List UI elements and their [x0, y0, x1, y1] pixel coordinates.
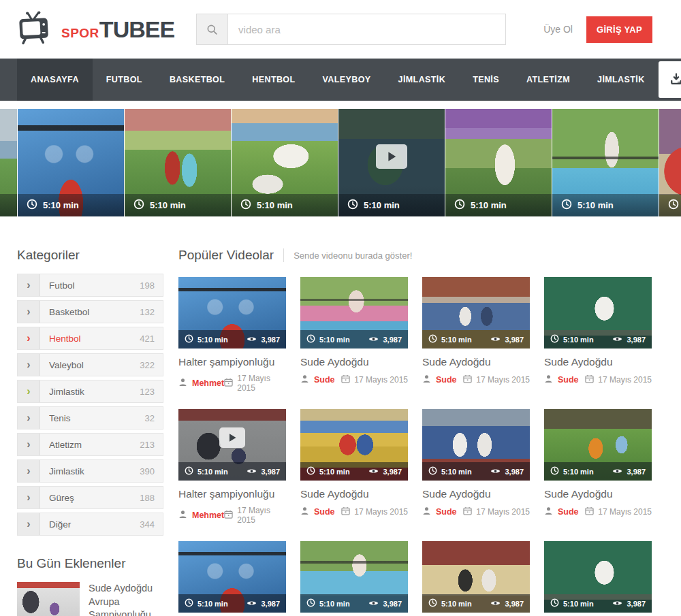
- clock-icon: [428, 334, 437, 344]
- carousel-slide[interactable]: 5:10 min: [0, 109, 17, 216]
- video-title[interactable]: Sude Aydoğdu: [544, 356, 652, 368]
- video-thumbnail[interactable]: [17, 582, 80, 616]
- video-card[interactable]: 5:10 min 3,987 Halter şampiyonluğu: [178, 541, 286, 616]
- category-item[interactable]: › Basketbol 132: [17, 300, 163, 323]
- video-card[interactable]: 5:10 min 3,987 Sude Aydoğdu: [300, 277, 408, 393]
- video-card[interactable]: 5:10 min 3,987 Sude Aydoğdu: [422, 409, 530, 525]
- video-thumbnail[interactable]: 5:10 min 3,987: [544, 409, 652, 481]
- video-card[interactable]: 5:10 min 3,987 Halter şampiyonluğu: [178, 409, 286, 525]
- author-name[interactable]: Sude: [436, 507, 457, 517]
- nav-item[interactable]: VALEYBOY: [309, 59, 385, 101]
- chevron-right-icon: ›: [18, 380, 40, 402]
- views-count: 3,987: [505, 336, 524, 344]
- category-label: Valeybol: [40, 360, 84, 370]
- chevron-right-icon: ›: [18, 487, 40, 508]
- video-thumbnail[interactable]: 5:10 min 3,987: [300, 277, 408, 348]
- author-name[interactable]: Sude: [314, 375, 335, 385]
- calendar-icon: [585, 374, 594, 385]
- video-card[interactable]: 5:10 min 3,987 Halter şampiyonluğu: [178, 277, 286, 393]
- chevron-right-icon: ›: [18, 274, 40, 296]
- category-item[interactable]: › Güreş 188: [17, 486, 163, 509]
- category-item[interactable]: › Diğer 344: [17, 513, 163, 536]
- video-thumbnail[interactable]: 5:10 min 3,987: [300, 409, 408, 481]
- duration-overlay: 5:10 min: [18, 194, 124, 216]
- duration-label: 5:10 min: [577, 200, 614, 210]
- carousel-slide[interactable]: 5:10 min: [552, 109, 659, 216]
- author-name[interactable]: Sude: [314, 507, 335, 517]
- video-title[interactable]: Halter şampiyonluğu: [178, 356, 286, 368]
- play-icon[interactable]: [219, 427, 245, 448]
- category-item[interactable]: › Tenis 32: [17, 406, 163, 429]
- thumbnail-overlay: 5:10 min 3,987: [544, 462, 652, 481]
- nav-item[interactable]: JİMLASTİK: [385, 59, 460, 101]
- video-card[interactable]: 5:10 min 3,987 Sude Aydoğdu: [544, 409, 652, 525]
- video-card[interactable]: 5:10 min 3,987 Sude Aydoğdu: [422, 541, 530, 616]
- clock-icon: [347, 199, 358, 212]
- author-name[interactable]: Sude: [436, 375, 457, 385]
- video-thumbnail[interactable]: 5:10 min 3,987: [178, 277, 286, 348]
- video-thumbnail[interactable]: 5:10 min 3,987: [300, 541, 408, 613]
- carousel-slide[interactable]: 5:10 min: [338, 109, 445, 216]
- video-card[interactable]: 5:10 min 3,987 Sude Aydoğdu: [422, 277, 530, 393]
- views-group: 3,987: [612, 468, 646, 476]
- nav-item[interactable]: BASKETBOL: [156, 59, 238, 101]
- thumbnail-overlay: 5:10 min 3,987: [544, 594, 652, 613]
- duration-group: 5:10 min: [306, 334, 350, 344]
- site-logo[interactable]: SPOR TUBEE: [17, 11, 174, 48]
- login-button[interactable]: GİRİŞ YAP: [586, 16, 652, 43]
- date-row: 17 Mayıs 2015: [341, 374, 408, 385]
- play-icon[interactable]: [376, 144, 407, 169]
- views-count: 3,987: [505, 468, 524, 476]
- video-title[interactable]: Sude Aydoğdu: [300, 488, 408, 500]
- nav-item[interactable]: ANASAYFA: [17, 59, 93, 101]
- video-title[interactable]: Sude Aydoğdu: [544, 488, 652, 500]
- category-item[interactable]: › Futbol 198: [17, 274, 163, 297]
- video-thumbnail[interactable]: 5:10 min 3,987: [422, 541, 530, 613]
- clock-icon: [428, 598, 437, 609]
- video-card[interactable]: 5:10 min 3,987 Sude Aydoğdu: [544, 541, 652, 616]
- video-thumbnail[interactable]: 5:10 min 3,987: [544, 541, 652, 613]
- video-title[interactable]: Halter şampiyonluğu: [178, 488, 286, 500]
- video-thumbnail[interactable]: 5:10 min 3,987: [422, 409, 530, 481]
- category-item[interactable]: › Valeybol 322: [17, 353, 163, 376]
- thumbnail-overlay: 5:10 min 3,987: [300, 330, 408, 348]
- video-thumbnail[interactable]: 5:10 min 3,987: [422, 277, 530, 348]
- video-card[interactable]: 5:10 min 3,987 Sude Aydoğdu: [300, 541, 408, 616]
- author-name[interactable]: Mehmet: [192, 378, 224, 388]
- nav-item[interactable]: ATLETİZM: [513, 59, 584, 101]
- search-icon[interactable]: [197, 14, 228, 44]
- category-item[interactable]: › Hentbol 421: [17, 327, 163, 350]
- carousel-slide[interactable]: 5:10 min: [232, 109, 338, 216]
- nav-item[interactable]: FUTBOL: [93, 59, 156, 101]
- video-thumbnail[interactable]: 5:10 min 3,987: [544, 277, 652, 348]
- author-name[interactable]: Sude: [558, 507, 579, 517]
- category-item[interactable]: › Atletizm 213: [17, 433, 163, 456]
- video-thumbnail[interactable]: 5:10 min 3,987: [178, 541, 286, 613]
- today-video-item[interactable]: Sude Aydoğdu Avrupa Şampiyonluğu Sude: [17, 582, 163, 616]
- duration-overlay: 5:10 min: [338, 194, 445, 216]
- video-thumbnail[interactable]: 5:10 min 3,987: [178, 409, 286, 481]
- author-icon: [422, 506, 431, 518]
- signup-link[interactable]: Üye Ol: [543, 24, 573, 35]
- category-item[interactable]: › Jimlastik 123: [17, 380, 163, 403]
- carousel-slide[interactable]: 5:10 min: [125, 109, 231, 216]
- nav-item[interactable]: TENİS: [459, 59, 513, 101]
- category-item[interactable]: › Jimlastik 390: [17, 459, 163, 483]
- video-title[interactable]: Sude Aydoğdu: [422, 488, 530, 500]
- upload-video-button[interactable]: Video Yükle: [659, 61, 681, 98]
- author-name[interactable]: Sude: [558, 375, 579, 385]
- video-title[interactable]: Sude Aydoğdu: [300, 356, 408, 368]
- video-card[interactable]: 5:10 min 3,987 Sude Aydoğdu: [544, 277, 652, 393]
- carousel-slide[interactable]: 5:10 min: [18, 109, 124, 216]
- author-name[interactable]: Mehmet: [192, 510, 224, 520]
- carousel-slide[interactable]: 5:10 min: [659, 109, 681, 216]
- video-card[interactable]: 5:10 min 3,987 Sude Aydoğdu: [300, 409, 408, 525]
- views-count: 3,987: [505, 600, 524, 608]
- nav-item[interactable]: HENTBOL: [238, 59, 308, 101]
- category-count: 421: [140, 334, 155, 344]
- video-title[interactable]: Sude Aydoğdu: [422, 356, 530, 368]
- chevron-right-icon: ›: [18, 513, 40, 535]
- carousel-slide[interactable]: 5:10 min: [445, 109, 552, 216]
- search-input[interactable]: [228, 14, 505, 44]
- nav-item[interactable]: JİMLASTİK: [584, 59, 659, 101]
